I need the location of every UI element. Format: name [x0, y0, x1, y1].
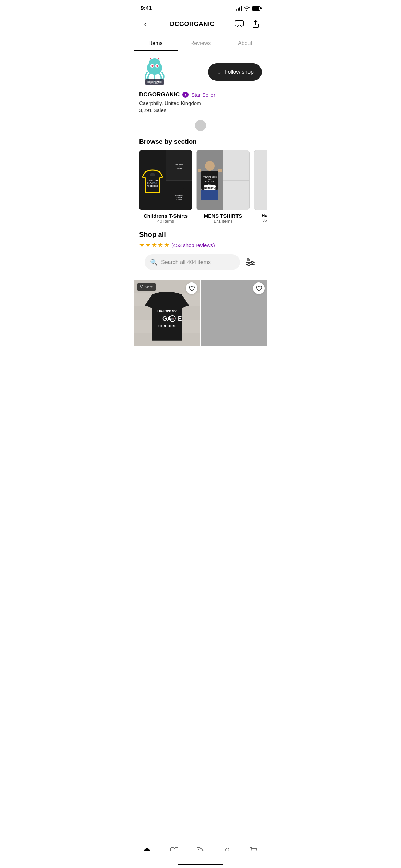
shop-header-title: DCGORGANIC: [170, 21, 215, 28]
star-2: ★: [145, 241, 151, 249]
category-count-mens: 171 items: [196, 219, 250, 224]
hoodie-small: JUST A FEW 🎮 MINUTES: [170, 156, 189, 174]
product-card-1[interactable]: I PAUSED MY GA 🎮 E TO BE HERE Viewed: [134, 280, 200, 346]
viewed-badge: Viewed: [137, 283, 156, 291]
wifi-icon: [244, 6, 250, 11]
tab-reviews[interactable]: Reviews: [178, 35, 223, 51]
rating-stars: ★ ★ ★ ★ ★: [139, 241, 169, 249]
category-count-childrens: 40 items: [139, 219, 192, 224]
shop-logo: DCGORGANIC CLOTHING: [139, 58, 170, 86]
category-hoodies[interactable]: Hood... 36 ite...: [254, 150, 267, 224]
svg-text:THE ★: THE ★: [208, 179, 212, 180]
message-icon: [235, 20, 244, 28]
reviews-link[interactable]: (453 shop reviews): [171, 242, 215, 248]
svg-text:TO BE HERE: TO BE HERE: [158, 324, 176, 328]
share-icon: [252, 20, 260, 28]
shop-logo-image: DCGORGANIC CLOTHING: [139, 58, 170, 86]
share-button[interactable]: [250, 18, 262, 30]
hoodie-image: I PAUSED MY GA🎮E TO BE HERE: [141, 165, 165, 196]
shop-sales: 3,291 Sales: [139, 107, 262, 113]
svg-text:TO BE HERE: TO BE HERE: [176, 199, 182, 200]
shop-header-section: DCGORGANIC CLOTHING ♡ Follow shop: [134, 51, 267, 91]
svg-text:CLOTHING: CLOTHING: [150, 83, 159, 85]
svg-point-5: [152, 65, 154, 67]
svg-rect-0: [235, 21, 243, 26]
heart-icon: ♡: [216, 68, 222, 76]
svg-text:GA🎮E: GA🎮E: [176, 196, 182, 199]
star-3: ★: [151, 241, 157, 249]
status-icons: [236, 6, 260, 11]
category-name-childrens: Childrens T-Shirts: [139, 213, 192, 219]
svg-rect-14: [150, 173, 155, 176]
status-bar: 9:41: [134, 0, 267, 14]
product-heart-button-2[interactable]: [253, 282, 265, 294]
category-name-mens: MENS TSHIRTS: [196, 213, 250, 219]
header-actions: [233, 18, 262, 30]
svg-text:OLD PEOPLE: OLD PEOPLE: [204, 187, 216, 189]
svg-text:GA🎮E: GA🎮E: [147, 181, 158, 185]
back-button[interactable]: ‹: [139, 18, 151, 30]
category-count-hoodies: 36 ite...: [254, 218, 267, 223]
heart-outline-icon-2: [256, 285, 262, 291]
stars-row: ★ ★ ★ ★ ★ (453 shop reviews): [139, 241, 262, 249]
signal-icon: [236, 6, 242, 11]
filter-icon: [245, 258, 255, 266]
star-4: ★: [158, 241, 163, 249]
tab-items[interactable]: Items: [134, 35, 178, 51]
product-heart-button-1[interactable]: [186, 282, 197, 294]
search-placeholder: Search all 404 items: [161, 259, 211, 265]
shop-name: DCGORGANIC: [139, 91, 180, 98]
product-card-2[interactable]: [201, 280, 267, 346]
svg-text:JUST A FEW: JUST A FEW: [175, 163, 183, 165]
search-icon: 🔍: [150, 258, 158, 266]
category-childrens-tshirts[interactable]: I PAUSED MY GA🎮E TO BE HERE JUST A FEW 🎮…: [139, 150, 192, 224]
shop-all-section: Shop all ★ ★ ★ ★ ★ (453 shop reviews) 🔍 …: [134, 224, 267, 280]
shop-name-row: DCGORGANIC ✦ Star Seller: [139, 91, 262, 98]
svg-point-24: [205, 161, 215, 171]
svg-point-38: [248, 264, 250, 266]
svg-text:GA: GA: [162, 315, 171, 322]
tshirt-small: I PAUSED MY GA🎮E TO BE HERE: [170, 186, 189, 205]
scroll-dot: [195, 120, 206, 131]
header: ‹ DCGORGANIC: [134, 14, 267, 35]
star-seller-link[interactable]: Star Seller: [191, 92, 215, 98]
search-bar[interactable]: 🔍 Search all 404 items: [145, 254, 240, 270]
tabs: Items Reviews About: [134, 35, 267, 51]
tab-about[interactable]: About: [223, 35, 267, 51]
svg-text:SAME AGE: SAME AGE: [205, 181, 215, 183]
star-5-half: ★: [164, 241, 169, 249]
svg-point-37: [251, 261, 253, 263]
search-container: 🔍 Search all 404 items: [139, 254, 262, 276]
products-grid: I PAUSED MY GA 🎮 E TO BE HERE Viewed: [134, 280, 267, 346]
shop-info: DCGORGANIC ✦ Star Seller Caerphilly, Uni…: [134, 91, 267, 119]
shop-location: Caerphilly, United Kingdom: [139, 100, 262, 106]
mens-tshirt-model: IT'S WEIRD BEING THE ★ SAME AGE AS... OL…: [198, 160, 222, 201]
svg-text:TO BE HERE: TO BE HERE: [147, 185, 158, 187]
svg-text:I PAUSED MY: I PAUSED MY: [175, 194, 183, 196]
category-name-hoodies: Hood...: [254, 213, 267, 218]
back-arrow-icon: ‹: [144, 20, 146, 28]
svg-text:🎮: 🎮: [171, 317, 174, 321]
heart-outline-icon: [189, 285, 195, 291]
message-button[interactable]: [233, 18, 245, 30]
filter-button[interactable]: [244, 256, 256, 268]
battery-icon: [252, 6, 260, 11]
status-time: 9:41: [141, 5, 152, 12]
svg-text:E: E: [178, 315, 182, 322]
browse-section-title: Browse by section: [134, 135, 267, 150]
scroll-indicator: [134, 119, 267, 135]
svg-point-36: [247, 259, 249, 261]
svg-text:AS...: AS...: [208, 183, 211, 185]
svg-text:I PAUSED MY: I PAUSED MY: [157, 310, 177, 313]
svg-text:MINUTES: MINUTES: [177, 168, 182, 169]
star-1: ★: [139, 241, 145, 249]
category-mens-tshirts[interactable]: IT'S WEIRD BEING THE ★ SAME AGE AS... OL…: [196, 150, 250, 224]
categories-scroll: I PAUSED MY GA🎮E TO BE HERE JUST A FEW 🎮…: [134, 150, 267, 224]
svg-rect-32: [201, 190, 218, 200]
follow-shop-button[interactable]: ♡ Follow shop: [208, 63, 262, 81]
shop-all-title: Shop all: [139, 231, 262, 239]
svg-text:IT'S WEIRD BEING: IT'S WEIRD BEING: [203, 176, 217, 178]
svg-point-6: [157, 65, 158, 67]
star-seller-badge: ✦: [182, 92, 189, 98]
